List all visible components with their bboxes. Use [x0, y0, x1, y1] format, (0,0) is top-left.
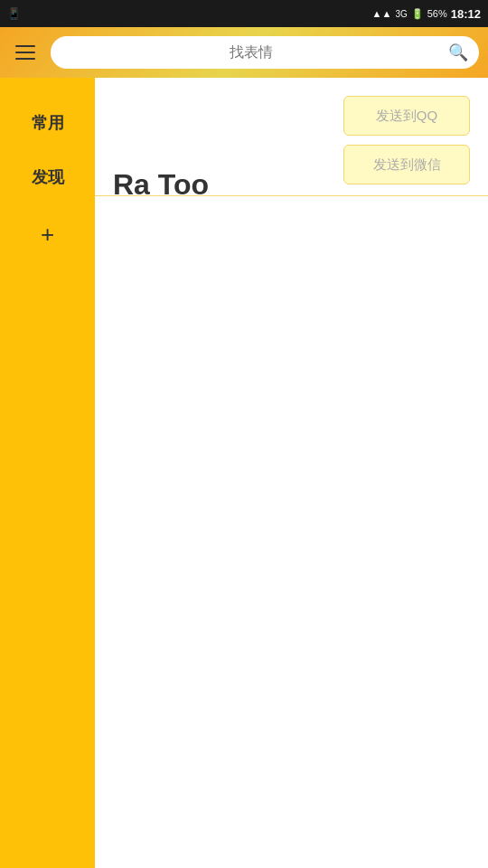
- main-layout: 常用 发现 + Ra Too 发送到QQ 发送到微信: [0, 78, 488, 868]
- wifi-icon: ▲▲: [372, 8, 392, 19]
- send-wechat-button[interactable]: 发送到微信: [343, 145, 470, 184]
- sidebar-discover-label: 发现: [32, 168, 64, 186]
- search-icon[interactable]: 🔍: [448, 42, 468, 62]
- sidebar: 常用 发现 +: [0, 78, 95, 868]
- send-wechat-label: 发送到微信: [373, 156, 441, 174]
- sidebar-common-label: 常用: [32, 114, 64, 132]
- status-time: 18:12: [451, 7, 481, 21]
- status-right-icons: ▲▲ 3G 🔋 56% 18:12: [372, 7, 481, 21]
- menu-line-3: [15, 58, 35, 60]
- sidebar-item-common[interactable]: 常用: [0, 96, 95, 150]
- search-bar: 🔍: [51, 36, 479, 69]
- phone-icon: 📱: [7, 7, 21, 20]
- sidebar-item-discover[interactable]: 发现: [0, 150, 95, 204]
- search-input[interactable]: [61, 44, 441, 61]
- status-left-icons: 📱: [7, 7, 21, 20]
- content-divider: [95, 195, 488, 196]
- menu-button[interactable]: [9, 36, 42, 69]
- battery-icon: 🔋: [411, 8, 424, 20]
- send-qq-label: 发送到QQ: [376, 108, 437, 125]
- header: 🔍: [0, 27, 488, 78]
- sticker-text: Ra Too: [113, 168, 209, 202]
- network-icon: 3G: [395, 9, 407, 19]
- sidebar-add-button[interactable]: +: [0, 204, 95, 265]
- menu-line-2: [15, 52, 35, 53]
- menu-line-1: [15, 45, 35, 47]
- status-bar: 📱 ▲▲ 3G 🔋 56% 18:12: [0, 0, 488, 27]
- content-area: Ra Too 发送到QQ 发送到微信: [95, 78, 488, 868]
- action-buttons: 发送到QQ 发送到微信: [343, 96, 470, 184]
- add-icon: +: [41, 221, 54, 248]
- battery-level: 56%: [427, 8, 447, 19]
- sticker-preview: Ra Too: [113, 168, 209, 202]
- send-qq-button[interactable]: 发送到QQ: [343, 96, 470, 136]
